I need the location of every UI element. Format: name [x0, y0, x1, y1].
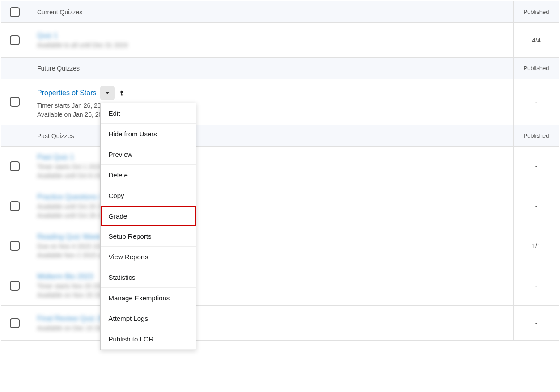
- svg-rect-2: [121, 95, 123, 96]
- table-row: Practice Questions 1Available until Oct …: [1, 186, 559, 226]
- row-checkbox[interactable]: [10, 97, 20, 107]
- row-checkbox[interactable]: [10, 281, 20, 291]
- table-row: Midterm Bio 2023Timer starts Nov 20 2023…: [1, 266, 559, 306]
- menu-item-delete[interactable]: Delete: [101, 165, 196, 185]
- select-all-current-checkbox[interactable]: [10, 7, 20, 17]
- menu-item-view-reports[interactable]: View Reports: [101, 247, 196, 267]
- published-header: Published: [514, 58, 559, 79]
- row-checkbox[interactable]: [10, 318, 20, 328]
- published-header: Published: [514, 125, 559, 146]
- section-label: Current Quizzes: [28, 1, 514, 22]
- published-count: 1/1: [514, 226, 559, 266]
- quiz-table: Current Quizzes Published Quiz 1 Availab…: [1, 1, 559, 341]
- section-header-past: Past Quizzes Published: [1, 125, 559, 147]
- table-row: Final Review Quiz 2023.12Available on De…: [1, 306, 559, 341]
- table-row: Reading Quiz Week 4Due on Nov 4 2023 10:…: [1, 226, 559, 266]
- published-count: -: [514, 147, 559, 186]
- menu-item-manage-exemptions[interactable]: Manage Exemptions: [101, 288, 196, 308]
- quiz-actions-dropdown-button[interactable]: [100, 86, 115, 100]
- row-checkbox[interactable]: [10, 35, 20, 45]
- menu-item-publish-to-lor[interactable]: Publish to LOR: [101, 329, 196, 342]
- published-count: -: [514, 306, 559, 340]
- section-header-current: Current Quizzes Published: [1, 1, 559, 23]
- menu-item-setup-reports[interactable]: Setup Reports: [101, 226, 196, 247]
- chevron-down-icon: [105, 92, 110, 94]
- section-label: Future Quizzes: [28, 58, 514, 79]
- published-count: 4/4: [514, 23, 559, 57]
- quiz-title-blurred[interactable]: Midterm Bio 2023: [37, 273, 93, 281]
- published-count: -: [514, 79, 559, 125]
- restricted-key-icon: [118, 89, 125, 97]
- table-row: Quiz 1 Available to all until Dec 31 202…: [1, 23, 559, 58]
- published-header: Published: [514, 1, 559, 22]
- quiz-title-blurred[interactable]: Past Quiz 1: [37, 153, 74, 161]
- table-row: Past Quiz 1Timer starts Oct 1 2023Availa…: [1, 147, 559, 186]
- quiz-title-blurred[interactable]: Practice Questions 1: [37, 193, 103, 201]
- table-row-properties-of-stars: Properties of Stars Timer starts Jan 26,…: [1, 79, 559, 125]
- menu-item-grade[interactable]: Grade: [101, 206, 196, 226]
- menu-item-copy[interactable]: Copy: [101, 185, 196, 206]
- published-count: -: [514, 186, 559, 226]
- menu-item-preview[interactable]: Preview: [101, 144, 196, 165]
- quiz-subtext-blurred: Available to all until Dec 31 2024: [37, 42, 505, 49]
- published-count: -: [514, 266, 559, 305]
- quiz-link-properties-of-stars[interactable]: Properties of Stars: [37, 89, 97, 97]
- row-checkbox[interactable]: [10, 201, 20, 211]
- select-all-current-cell: [1, 1, 28, 22]
- menu-item-hide-from-users[interactable]: Hide from Users: [101, 124, 196, 144]
- quiz-title-blurred[interactable]: Reading Quiz Week 4: [37, 233, 106, 241]
- quiz-actions-menu: EditHide from UsersPreviewDeleteCopyGrad…: [100, 103, 196, 342]
- section-header-future: Future Quizzes Published: [1, 58, 559, 79]
- menu-item-edit[interactable]: Edit: [101, 103, 196, 124]
- menu-item-statistics[interactable]: Statistics: [101, 267, 196, 288]
- row-checkbox[interactable]: [10, 161, 20, 171]
- quiz-title-blurred[interactable]: Quiz 1: [37, 32, 58, 40]
- row-checkbox[interactable]: [10, 241, 20, 251]
- menu-item-attempt-logs[interactable]: Attempt Logs: [101, 308, 196, 329]
